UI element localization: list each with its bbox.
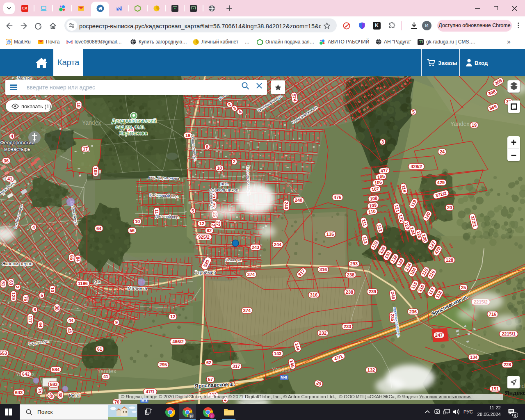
svg-text:143: 143: [274, 351, 281, 356]
svg-text:М-8: М-8: [281, 375, 287, 379]
svg-text:117: 117: [28, 315, 33, 323]
svg-text:583: 583: [50, 382, 57, 387]
svg-text:9: 9: [115, 320, 118, 325]
svg-text:57: 57: [208, 377, 213, 382]
svg-text:240: 240: [284, 202, 289, 209]
svg-text:51: 51: [1, 281, 6, 286]
svg-text:109: 109: [369, 203, 377, 208]
svg-text:10: 10: [50, 287, 55, 292]
svg-text:24: 24: [440, 149, 445, 154]
svg-text:135: 135: [326, 232, 334, 237]
svg-text:61: 61: [97, 347, 102, 352]
svg-text:Petrol: Petrol: [69, 393, 80, 398]
svg-text:293: 293: [350, 261, 358, 266]
svg-text:5: 5: [412, 110, 415, 114]
svg-text:238: 238: [347, 272, 354, 277]
svg-text:374: 374: [247, 272, 255, 277]
svg-text:236: 236: [409, 309, 417, 314]
svg-text:70: 70: [114, 399, 119, 404]
svg-text:134: 134: [470, 355, 478, 360]
svg-text:8: 8: [34, 307, 36, 312]
svg-text:316: 316: [310, 292, 317, 297]
svg-text:62: 62: [206, 360, 211, 365]
svg-text:84: 84: [75, 257, 80, 262]
svg-text:228: 228: [504, 362, 511, 367]
svg-text:Yandex: Yandex: [272, 366, 290, 373]
svg-text:44: 44: [68, 318, 74, 323]
svg-text:64: 64: [96, 226, 102, 231]
svg-text:19: 19: [472, 123, 477, 128]
svg-text:239: 239: [369, 289, 376, 294]
svg-text:Феодоровский: Феодоровский: [0, 140, 34, 146]
svg-text:295: 295: [160, 362, 167, 367]
svg-text:374: 374: [243, 308, 251, 313]
svg-text:Ясная ул.: Ясная ул.: [226, 258, 242, 262]
svg-text:106: 106: [374, 180, 382, 185]
svg-text:2215/1: 2215/1: [502, 331, 516, 336]
svg-text:128: 128: [446, 258, 453, 262]
svg-text:107: 107: [371, 186, 379, 192]
svg-text:1196: 1196: [78, 281, 88, 286]
svg-text:232: 232: [319, 331, 326, 336]
svg-text:2: 2: [15, 286, 20, 288]
svg-text:5: 5: [41, 293, 43, 298]
svg-text:Строймир: Строймир: [194, 270, 216, 275]
svg-text:Yandex: Yandex: [82, 119, 101, 126]
svg-text:25: 25: [461, 285, 466, 290]
svg-text:38: 38: [58, 393, 63, 397]
svg-text:64: 64: [38, 322, 43, 328]
svg-text:Малинка: Малинка: [128, 286, 147, 291]
svg-text:129: 129: [11, 292, 16, 300]
svg-text:477: 477: [380, 168, 388, 173]
svg-text:63: 63: [9, 280, 14, 285]
svg-text:41: 41: [7, 176, 12, 181]
svg-text:233: 233: [344, 324, 351, 329]
svg-text:Сокольников: Сокольников: [211, 187, 238, 192]
svg-text:19: 19: [185, 133, 190, 138]
svg-text:244: 244: [274, 242, 282, 247]
svg-text:110: 110: [368, 209, 376, 215]
svg-text:643: 643: [15, 390, 23, 395]
svg-text:716: 716: [489, 312, 496, 317]
svg-text:2: 2: [233, 159, 235, 164]
svg-text:5: 5: [192, 208, 194, 213]
svg-text:@: @: [7, 40, 11, 44]
svg-text:428/2: 428/2: [411, 164, 422, 169]
svg-text:108: 108: [370, 196, 378, 201]
svg-text:монастырь: монастырь: [4, 146, 30, 152]
svg-text:925/2: 925/2: [198, 235, 210, 240]
svg-text:Дальний пер.: Дальний пер.: [155, 214, 179, 219]
svg-text:243: 243: [252, 245, 259, 250]
svg-text:476: 476: [334, 195, 341, 200]
svg-text:132: 132: [368, 368, 375, 372]
svg-text:4: 4: [32, 225, 35, 230]
svg-text:Ям: Ям: [94, 279, 100, 284]
svg-text:56: 56: [130, 228, 135, 233]
svg-text:41: 41: [103, 374, 108, 379]
svg-text:317: 317: [233, 364, 240, 369]
svg-text:151: 151: [491, 386, 499, 391]
svg-text:76: 76: [23, 296, 28, 301]
svg-text:247: 247: [435, 333, 443, 338]
svg-text:38: 38: [55, 306, 59, 310]
svg-text:4: 4: [11, 134, 14, 139]
svg-text:65: 65: [69, 255, 74, 260]
svg-text:653: 653: [0, 351, 7, 356]
svg-text:18: 18: [76, 103, 81, 107]
svg-text:82: 82: [207, 228, 212, 233]
svg-text:20: 20: [447, 205, 452, 210]
svg-text:Yandex: Yandex: [97, 368, 116, 374]
svg-text:Эконом-зерно: Эконом-зерно: [2, 261, 33, 266]
svg-text:10: 10: [135, 219, 140, 224]
svg-text:47/1: 47/1: [146, 389, 154, 394]
svg-text:27: 27: [216, 221, 221, 226]
svg-text:238: 238: [346, 290, 353, 294]
svg-text:429: 429: [437, 180, 445, 185]
svg-text:3: 3: [381, 139, 384, 144]
svg-text:пос.: пос.: [221, 181, 229, 186]
svg-text:240: 240: [295, 198, 302, 203]
svg-text:109: 109: [93, 167, 98, 175]
svg-text:12: 12: [199, 221, 204, 226]
svg-text:316: 316: [320, 267, 327, 272]
svg-text:8: 8: [206, 144, 208, 149]
